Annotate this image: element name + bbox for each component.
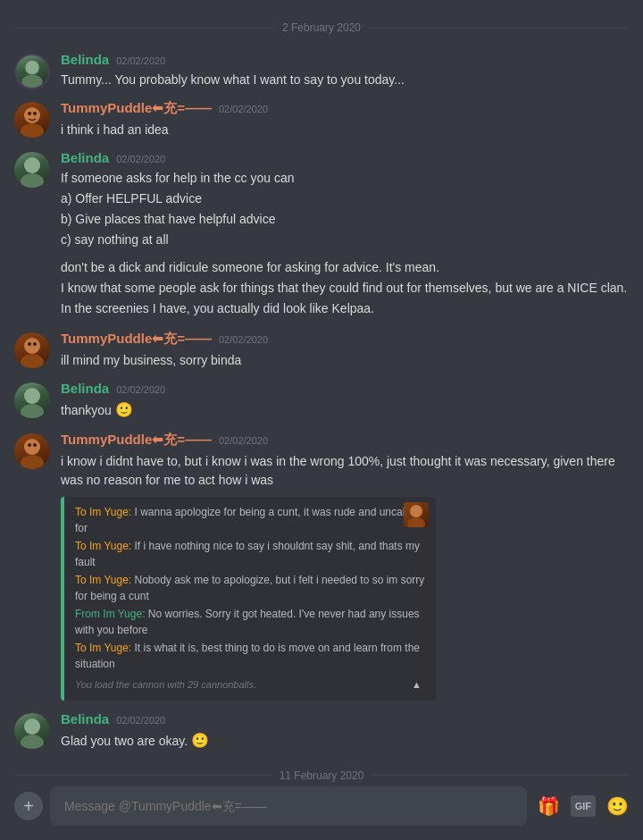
timestamp: 02/02/2020: [116, 384, 165, 395]
message-content: Belinda 02/02/2020 thankyou 🙂: [61, 381, 629, 421]
embed-footer: You load the cannon with 29 cannonballs.…: [75, 677, 425, 693]
timestamp: 02/02/2020: [219, 435, 268, 446]
message-input[interactable]: [50, 786, 527, 826]
date-divider-1: 2 February 2020: [14, 21, 629, 34]
username: TummyPuddle⬅充=——: [61, 100, 212, 117]
gift-button[interactable]: 🎁: [538, 795, 560, 817]
timestamp: 02/02/2020: [219, 334, 268, 345]
message-content: TummyPuddle⬅充=—— 02/02/2020 ill mind my …: [61, 331, 629, 370]
gif-button[interactable]: GIF: [571, 795, 596, 817]
avatar: [14, 433, 50, 469]
avatar: [14, 54, 50, 89]
svg-point-19: [410, 505, 422, 517]
message-header: TummyPuddle⬅充=—— 02/02/2020: [61, 432, 629, 449]
gift-icon: 🎁: [538, 795, 560, 817]
svg-point-13: [24, 388, 40, 404]
embed-row: To Im Yuge: Nobody ask me to apologize, …: [75, 572, 425, 604]
svg-point-8: [21, 173, 44, 188]
message-group: TummyPuddle⬅充=—— 02/02/2020 i know i did…: [0, 428, 643, 704]
message-group: Belinda 02/02/2020 If someone asks for h…: [0, 147, 643, 323]
avatar: [14, 332, 50, 368]
message-text: If someone asks for help in the cc you c…: [61, 169, 629, 318]
message-text: ill mind my business, sorry binda: [61, 351, 629, 370]
message-content: Belinda 02/02/2020 Tummy... You probably…: [61, 52, 629, 89]
timestamp: 02/02/2020: [116, 55, 165, 66]
embed-box: To Im Yuge: I wanna apologize for being …: [61, 497, 436, 701]
emoji-icon: 🙂: [606, 795, 629, 817]
username: Belinda: [61, 381, 109, 396]
svg-point-9: [24, 338, 40, 354]
input-icons: 🎁 GIF 🙂: [538, 795, 629, 817]
svg-point-21: [24, 718, 40, 735]
svg-point-6: [33, 112, 37, 115]
svg-point-22: [21, 735, 44, 749]
message-header: TummyPuddle⬅充=—— 02/02/2020: [61, 331, 629, 348]
username: Belinda: [61, 52, 109, 67]
message-text: i think i had an idea: [61, 121, 629, 139]
message-group: Belinda 02/02/2020 thankyou 🙂: [0, 377, 643, 424]
message-header: Belinda 02/02/2020: [61, 711, 629, 727]
svg-point-14: [21, 404, 44, 418]
svg-point-3: [24, 107, 40, 123]
add-attachment-button[interactable]: +: [14, 792, 43, 820]
embed-row: To Im Yuge: I wanna apologize for being …: [75, 504, 425, 536]
svg-point-15: [24, 439, 40, 455]
timestamp: 02/02/2020: [116, 715, 165, 726]
messages-area[interactable]: 2 February 2020 Belinda 02/02/2020 Tummy…: [0, 0, 643, 786]
message-content: TummyPuddle⬅充=—— 02/02/2020 i think i ha…: [61, 100, 629, 139]
svg-point-12: [33, 342, 37, 346]
embed-scroll-btn[interactable]: ▲: [412, 677, 422, 693]
input-area: + 🎁 GIF 🙂: [0, 786, 643, 840]
avatar: [14, 102, 50, 138]
date-divider-2: 11 February 2020: [14, 769, 629, 782]
svg-point-10: [21, 354, 44, 368]
svg-point-20: [407, 517, 425, 527]
svg-point-18: [33, 443, 37, 447]
message-group: Belinda 02/02/2020 Tummy... You probably…: [0, 48, 643, 93]
message-group: TummyPuddle⬅充=—— 02/02/2020 i think i ha…: [0, 97, 643, 143]
message-group: Belinda 02/02/2020 Glad you two are okay…: [0, 708, 643, 755]
timestamp: 02/02/2020: [116, 154, 165, 164]
svg-point-7: [24, 157, 40, 173]
username: TummyPuddle⬅充=——: [61, 331, 212, 348]
message-header: Belinda 02/02/2020: [61, 381, 629, 396]
username: TummyPuddle⬅充=——: [61, 432, 212, 449]
embed-row: From Im Yuge: No worries. Sorry it got h…: [75, 606, 425, 638]
svg-point-11: [28, 342, 31, 346]
username: Belinda: [61, 711, 109, 727]
avatar: [14, 152, 50, 188]
message-text: Tummy... You probably know what I want t…: [61, 71, 629, 89]
gif-label: GIF: [575, 801, 591, 811]
embed-avatar-thumbnail: [404, 502, 429, 527]
embed-row: To Im Yuge: It is what it is, best thing…: [75, 640, 425, 672]
message-text: Glad you two are okay. 🙂: [61, 730, 629, 752]
plus-icon: +: [23, 796, 34, 817]
timestamp: 02/02/2020: [219, 104, 268, 114]
svg-point-5: [28, 112, 31, 115]
svg-point-17: [28, 443, 31, 447]
message-text: i know i didnt have to, but i know i was…: [61, 452, 629, 490]
message-header: Belinda 02/02/2020: [61, 150, 629, 165]
svg-point-16: [21, 455, 44, 469]
message-group: TummyPuddle⬅充=—— 02/02/2020 ill mind my …: [0, 327, 643, 374]
avatar: [14, 382, 50, 418]
username: Belinda: [61, 150, 109, 165]
message-header: TummyPuddle⬅充=—— 02/02/2020: [61, 100, 629, 117]
message-content: Belinda 02/02/2020 Glad you two are okay…: [61, 711, 629, 752]
thankyou-text: thankyou: [61, 403, 115, 417]
embed-row: To Im Yuge: If i have nothing nice to sa…: [75, 538, 425, 570]
message-content: TummyPuddle⬅充=—— 02/02/2020 i know i did…: [61, 432, 629, 701]
message-text: thankyou 🙂: [61, 399, 629, 421]
smiley-emoji: 🙂: [115, 402, 133, 417]
emoji-button[interactable]: 🙂: [606, 795, 629, 817]
chat-container: 2 February 2020 Belinda 02/02/2020 Tummy…: [0, 0, 643, 840]
svg-point-1: [21, 75, 42, 89]
message-content: Belinda 02/02/2020 If someone asks for h…: [61, 150, 629, 320]
message-header: Belinda 02/02/2020: [61, 52, 629, 67]
smiley-emoji-2: 🙂: [191, 733, 209, 748]
avatar: [14, 713, 50, 749]
svg-point-4: [21, 123, 44, 138]
